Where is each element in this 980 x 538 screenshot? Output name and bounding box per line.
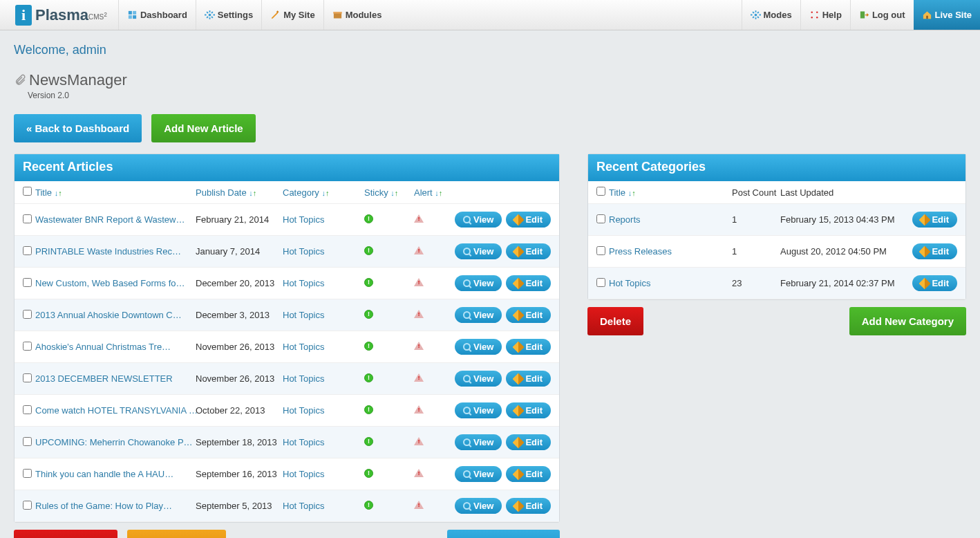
article-row-checkbox[interactable] (23, 501, 32, 510)
alert-icon (414, 437, 424, 445)
nav-dashboard[interactable]: Dashboard (118, 0, 196, 30)
article-category-link[interactable]: Hot Topics (283, 437, 324, 447)
article-title-link[interactable]: Ahoskie's Annual Christmas Tre… (35, 342, 171, 352)
add-article-button[interactable]: Add New Article (151, 114, 255, 142)
view-article-button[interactable]: View (455, 498, 502, 514)
add-category-button[interactable]: Add New Category (849, 307, 966, 335)
nav-label: Settings (218, 10, 253, 20)
article-title-link[interactable]: PRINTABLE Waste Industries Rec… (35, 246, 181, 257)
article-title-link[interactable]: New Custom, Web Based Forms fo… (35, 278, 185, 288)
back-to-dashboard-button[interactable]: « Back to Dashboard (14, 114, 142, 142)
view-article-button[interactable]: View (455, 466, 502, 482)
article-row-checkbox[interactable] (23, 405, 32, 414)
nav-live-site[interactable]: Live Site (914, 0, 980, 30)
col-header-category[interactable]: Category ↓↑ (283, 187, 364, 198)
category-row-checkbox[interactable] (596, 278, 605, 287)
view-article-button[interactable]: View (455, 434, 502, 450)
edit-category-button[interactable]: Edit (912, 243, 957, 259)
article-row-checkbox[interactable] (23, 469, 32, 478)
edit-article-button[interactable]: Edit (506, 371, 551, 387)
nav-log-out[interactable]: Log out (850, 0, 914, 30)
article-category-link[interactable]: Hot Topics (283, 373, 324, 384)
article-row-checkbox[interactable] (23, 373, 32, 382)
col-header-title[interactable]: Title ↓↑ (35, 187, 196, 198)
article-category-link[interactable]: Hot Topics (283, 278, 324, 288)
article-row-checkbox[interactable] (23, 310, 32, 319)
article-category-link[interactable]: Hot Topics (283, 405, 324, 416)
nav-label: Modes (764, 10, 792, 20)
col-header-publish-date[interactable]: Publish Date ↓↑ (196, 187, 283, 198)
nav-label: Log out (872, 10, 905, 20)
cat-col-header-title[interactable]: Title ↓↑ (609, 187, 732, 198)
article-category-link[interactable]: Hot Topics (283, 246, 324, 257)
delete-articles-button[interactable]: Delete Article(s) (14, 530, 117, 538)
article-title-link[interactable]: Rules of the Game: How to Play… (35, 501, 172, 511)
edit-article-button[interactable]: Edit (506, 434, 551, 450)
search-icon (463, 343, 471, 351)
edit-article-button[interactable]: Edit (506, 466, 551, 482)
view-article-button[interactable]: View (455, 275, 502, 291)
box-icon (332, 10, 343, 20)
col-header-sticky[interactable]: Sticky ↓↑ (364, 187, 414, 198)
category-post-count: 23 (732, 278, 780, 288)
article-category-link[interactable]: Hot Topics (283, 501, 324, 511)
category-title-link[interactable]: Hot Topics (609, 278, 650, 288)
view-article-button[interactable]: View (455, 371, 502, 387)
edit-article-button[interactable]: Edit (506, 307, 551, 323)
edit-article-button[interactable]: Edit (506, 275, 551, 291)
article-title-link[interactable]: Think you can handle the A HAU… (35, 469, 173, 479)
article-title-link[interactable]: Wastewater BNR Report & Wastew… (35, 214, 185, 225)
edit-article-button[interactable]: Edit (506, 339, 551, 355)
category-title-link[interactable]: Press Releases (609, 246, 672, 257)
category-title-link[interactable]: Reports (609, 214, 641, 225)
nav-modules[interactable]: Modules (323, 0, 390, 30)
edit-article-button[interactable]: Edit (506, 402, 551, 418)
nav-modes[interactable]: Modes (742, 0, 800, 30)
article-row-checkbox[interactable] (23, 246, 32, 255)
article-row-checkbox[interactable] (23, 342, 32, 351)
article-row-checkbox[interactable] (23, 437, 32, 446)
manage-articles-button[interactable]: Manage Articles » (447, 530, 560, 538)
nav-help[interactable]: Help (800, 0, 850, 30)
view-article-button[interactable]: View (455, 212, 502, 228)
move-articles-button[interactable]: Move Article(s) (127, 530, 226, 538)
article-category-link[interactable]: Hot Topics (283, 342, 324, 352)
view-article-button[interactable]: View (455, 339, 502, 355)
edit-category-button[interactable]: Edit (912, 275, 957, 291)
article-title-link[interactable]: 2013 Annual Ahoskie Downtown C… (35, 310, 182, 320)
category-row-checkbox[interactable] (596, 214, 605, 223)
category-row-checkbox[interactable] (596, 246, 605, 255)
alert-icon (414, 501, 424, 509)
sticky-icon (364, 310, 373, 319)
module-title: NewsManager (14, 71, 966, 89)
view-article-button[interactable]: View (455, 402, 502, 418)
col-header-alert[interactable]: Alert ↓↑ (414, 187, 445, 198)
delete-categories-button[interactable]: Delete (587, 307, 643, 335)
article-category-link[interactable]: Hot Topics (283, 214, 324, 225)
search-icon (463, 216, 471, 223)
article-title-link[interactable]: 2013 DECEMBER NEWSLETTER (35, 373, 173, 384)
sticky-icon (364, 373, 373, 382)
article-category-link[interactable]: Hot Topics (283, 469, 324, 479)
article-title-link[interactable]: UPCOMING: Meherrin Chowanoke P… (35, 437, 193, 447)
article-row-checkbox[interactable] (23, 278, 32, 287)
select-all-categories-checkbox[interactable] (596, 187, 605, 196)
view-article-button[interactable]: View (455, 307, 502, 323)
article-category-link[interactable]: Hot Topics (283, 310, 324, 320)
article-row-checkbox[interactable] (23, 214, 32, 223)
view-article-button[interactable]: View (455, 243, 502, 259)
edit-article-button[interactable]: Edit (506, 243, 551, 259)
nav-my-site[interactable]: My Site (261, 0, 323, 30)
article-title-link[interactable]: Come watch HOTEL TRANSYLVANIA … (35, 405, 198, 416)
edit-article-button[interactable]: Edit (506, 498, 551, 514)
nav-settings[interactable]: Settings (196, 0, 261, 30)
edit-category-button[interactable]: Edit (912, 212, 957, 228)
brand-logo[interactable]: i Plasma CMS2 (0, 5, 118, 26)
svg-rect-14 (926, 16, 928, 19)
article-row: 2013 Annual Ahoskie Downtown C…December … (15, 299, 559, 331)
select-all-articles-checkbox[interactable] (23, 187, 32, 196)
edit-article-button[interactable]: Edit (506, 212, 551, 228)
sticky-icon (364, 214, 373, 223)
recent-articles-panel: Recent Articles Title ↓↑ Publish Date ↓↑… (14, 154, 560, 523)
articles-table-header: Title ↓↑ Publish Date ↓↑ Category ↓↑ Sti… (15, 181, 559, 204)
